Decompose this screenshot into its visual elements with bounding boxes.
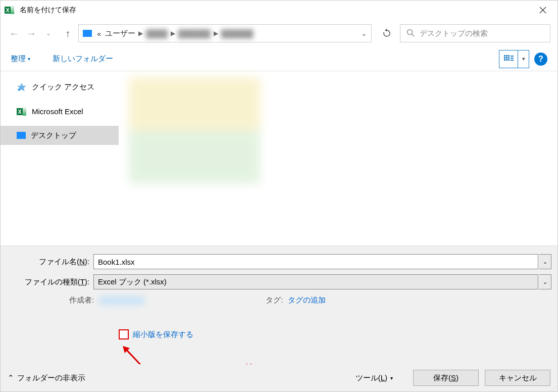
breadcrumb-sep-icon[interactable]: ▶	[138, 30, 143, 37]
svg-rect-17	[506, 59, 508, 61]
main-area: クイック アクセス X Microsoft Excel デスクトップ	[1, 71, 557, 246]
sidebar-label: Microsoft Excel	[32, 107, 83, 116]
navigation-row: ← → ⌄ ↑ « ユーザー ▶ ████ ▶ ██████ ▶ ██████ …	[1, 20, 557, 47]
file-list-area[interactable]	[119, 71, 557, 246]
filename-dropdown[interactable]: ⌄	[539, 254, 551, 269]
desktop-crumb-icon	[83, 30, 92, 37]
breadcrumb-blurred-3: ██████	[220, 28, 255, 39]
filetype-row: ファイルの種類(T): Excel ブック (*.xlsx) ⌄	[7, 274, 551, 289]
address-bar[interactable]: « ユーザー ▶ ████ ▶ ██████ ▶ ██████ ⌄	[78, 24, 372, 42]
view-selector[interactable]: ▾	[499, 50, 529, 68]
filename-row: ファイル名(N): Book1.xlsx ⌄	[7, 254, 551, 269]
filename-label: ファイル名(N):	[7, 257, 93, 267]
forward-button[interactable]: →	[25, 27, 38, 40]
svg-rect-11	[506, 55, 508, 57]
filetype-select[interactable]: Excel ブック (*.xlsx)	[93, 274, 538, 289]
svg-rect-4	[11, 10, 14, 12]
blurred-file-list	[129, 77, 260, 183]
svg-rect-27	[23, 110, 26, 112]
window-title: 名前を付けて保存	[20, 6, 76, 15]
up-button[interactable]: ↑	[61, 27, 74, 40]
svg-rect-26	[23, 108, 26, 110]
search-placeholder: デスクトップの検索	[420, 29, 488, 38]
footer: ⌃ フォルダーの非表示 ツール(L) ▾ 保存(S) キャンセル	[1, 364, 557, 391]
svg-rect-5	[11, 12, 14, 14]
sidebar-item-desktop[interactable]: デスクトップ	[1, 126, 119, 145]
svg-rect-2	[11, 6, 14, 8]
svg-rect-12	[508, 55, 510, 57]
svg-rect-29	[23, 114, 26, 116]
svg-point-8	[408, 29, 413, 34]
svg-rect-20	[511, 58, 514, 59]
breadcrumb-user[interactable]: ユーザー	[104, 28, 136, 39]
svg-text:X: X	[6, 8, 10, 13]
svg-text:X: X	[18, 109, 22, 115]
svg-rect-14	[506, 57, 508, 59]
title-bar: X 名前を付けて保存	[1, 1, 557, 20]
svg-rect-13	[504, 57, 505, 59]
tag-label: タグ:	[266, 296, 283, 305]
chevron-up-icon: ⌃	[8, 373, 14, 382]
breadcrumb-sep-icon[interactable]: ▶	[171, 30, 175, 37]
svg-rect-15	[508, 57, 510, 59]
quick-access-icon	[17, 82, 27, 91]
view-dropdown-icon[interactable]: ▾	[518, 51, 529, 68]
toolbar: 整理▾ 新しいフォルダー ▾ ?	[1, 47, 557, 71]
search-box[interactable]: デスクトップの検索	[400, 24, 550, 42]
organize-menu[interactable]: 整理▾	[11, 54, 30, 64]
thumbnail-checkbox-row: 縮小版を保存する	[7, 329, 551, 339]
svg-rect-3	[11, 8, 14, 10]
author-blurred	[99, 296, 144, 305]
back-button[interactable]: ←	[8, 27, 21, 40]
svg-rect-19	[511, 56, 514, 57]
breadcrumb-blurred-1: ████	[145, 28, 169, 39]
sidebar-label: デスクトップ	[31, 131, 76, 140]
excel-app-icon: X	[5, 5, 15, 15]
desktop-icon	[17, 132, 26, 139]
breadcrumb-sep-icon[interactable]: ▶	[214, 30, 218, 37]
cancel-button[interactable]: キャンセル	[485, 370, 550, 386]
add-tag-link[interactable]: タグの追加	[288, 296, 326, 305]
hide-folders-toggle[interactable]: ⌃ フォルダーの非表示	[8, 373, 85, 383]
sidebar-item-excel[interactable]: X Microsoft Excel	[1, 102, 119, 121]
close-button[interactable]	[532, 3, 553, 18]
sidebar-item-quick-access[interactable]: クイック アクセス	[1, 77, 119, 96]
breadcrumb-blurred-2: ██████	[177, 28, 212, 39]
help-button[interactable]: ?	[534, 53, 547, 66]
svg-rect-10	[504, 55, 505, 57]
tools-menu[interactable]: ツール(L) ▾	[356, 373, 393, 383]
save-thumbnail-checkbox[interactable]	[119, 329, 129, 339]
svg-rect-18	[508, 59, 510, 61]
address-dropdown-icon[interactable]: ⌄	[361, 29, 367, 37]
sidebar: クイック アクセス X Microsoft Excel デスクトップ	[1, 71, 119, 246]
filename-input[interactable]: Book1.xlsx	[93, 254, 538, 269]
save-button[interactable]: 保存(S)	[413, 370, 479, 386]
view-icon	[499, 51, 518, 68]
metadata-row: 作成者: タグ: タグの追加	[7, 296, 551, 305]
svg-rect-28	[23, 112, 26, 114]
new-folder-button[interactable]: 新しいフォルダー	[53, 54, 113, 64]
filetype-label: ファイルの種類(T):	[7, 277, 93, 287]
svg-rect-21	[511, 60, 514, 61]
author-label: 作成者:	[69, 296, 94, 305]
refresh-button[interactable]	[378, 24, 396, 42]
resize-grip-icon[interactable]: ⋰	[551, 387, 556, 390]
svg-rect-16	[504, 59, 505, 61]
save-thumbnail-label[interactable]: 縮小版を保存する	[133, 330, 193, 339]
recent-dropdown[interactable]: ⌄	[42, 27, 55, 40]
filetype-dropdown[interactable]: ⌄	[539, 274, 551, 289]
svg-line-9	[412, 34, 415, 36]
excel-icon: X	[17, 107, 27, 116]
breadcrumb-prefix: «	[96, 28, 102, 39]
sidebar-label: クイック アクセス	[32, 82, 94, 92]
search-icon	[407, 29, 415, 38]
